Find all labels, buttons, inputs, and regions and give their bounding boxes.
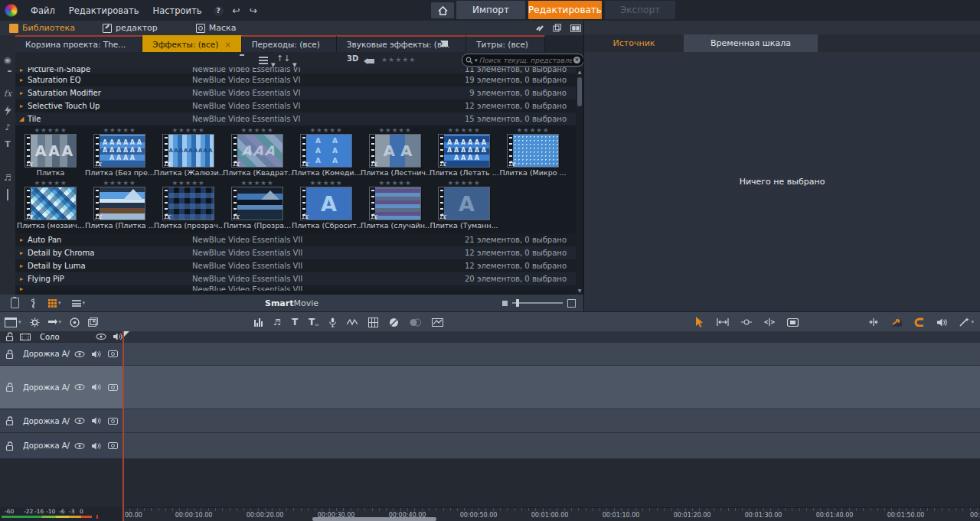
playhead-line[interactable]: [122, 331, 124, 521]
tile-thumbnail[interactable]: fx: [439, 135, 489, 167]
scorefitter-clef-icon[interactable]: ♬: [273, 317, 281, 327]
tile-thumbnail[interactable]: fx: [508, 135, 558, 167]
titles-icon[interactable]: T: [2, 139, 13, 149]
customize-toolbar-icon[interactable]: ▾: [5, 317, 21, 327]
eye-icon[interactable]: [74, 384, 85, 390]
blend-circles-icon[interactable]: [410, 318, 421, 327]
effect-group-row[interactable]: Saturation Modifier NewBlue Video Essent…: [15, 86, 576, 99]
track-header[interactable]: Соло: [0, 331, 122, 343]
split-clip-icon[interactable]: [764, 318, 775, 326]
effect-tile[interactable]: ★★★★★ fx Плитка (прозрач...: [154, 179, 223, 230]
scorefitter-icon[interactable]: ♬: [2, 173, 13, 183]
crop-frame-icon[interactable]: [787, 318, 799, 327]
tile-thumbnail[interactable]: fx: [370, 135, 420, 167]
track-name[interactable]: Дорожка А/...: [23, 350, 70, 358]
undo-icon[interactable]: ↩: [228, 5, 245, 16]
track-lane[interactable]: [122, 331, 980, 343]
menu-file[interactable]: Файл: [24, 5, 62, 16]
grid-view-icon[interactable]: ▾: [48, 299, 61, 308]
camera-icon[interactable]: [108, 442, 118, 449]
lock-icon[interactable]: [5, 350, 14, 359]
tile-rating-stars[interactable]: ★★★★★: [292, 126, 361, 135]
import-mode-button[interactable]: Импорт: [456, 1, 525, 19]
trim-mode-icon[interactable]: [717, 318, 729, 326]
tile-rating-stars[interactable]: ★★★★★: [154, 179, 223, 187]
tag-icon[interactable]: [30, 298, 38, 308]
tile-rating-stars[interactable]: ★★★★★: [85, 179, 154, 187]
library-tab[interactable]: Переходы: (все): [242, 35, 337, 52]
effect-tile[interactable]: ★★★★★ fx Плитка (Плитка ...: [85, 179, 154, 230]
eye-icon[interactable]: [74, 443, 85, 449]
camera-icon[interactable]: [108, 350, 118, 357]
expand-arrow-icon[interactable]: [15, 236, 28, 243]
track-name[interactable]: Дорожка А/...: [23, 383, 70, 392]
effect-group-row[interactable]: Saturation EQ NewBlue Video Essentials V…: [15, 73, 576, 86]
tile-rating-stars[interactable]: ★★★★★: [223, 179, 292, 187]
track-name[interactable]: Соло: [40, 333, 75, 341]
tab-source[interactable]: Источник: [584, 34, 684, 52]
rating-filter-stars[interactable]: ★★★★★: [381, 56, 416, 63]
latest-imports-icon[interactable]: [2, 38, 13, 48]
track-name[interactable]: Дорожка А/...: [23, 417, 70, 425]
expand-arrow-icon[interactable]: [15, 262, 28, 269]
slider-thumb[interactable]: [516, 299, 519, 307]
expand-arrow-icon[interactable]: [15, 103, 28, 109]
thumb-size-slider[interactable]: [512, 302, 563, 304]
effect-tile[interactable]: ★★★★★ fx Плитка (Микро ...: [498, 126, 567, 177]
tile-thumbnail[interactable]: fx: [25, 135, 76, 167]
clipboard-icon[interactable]: [11, 298, 19, 308]
razor-disc-icon[interactable]: [389, 317, 399, 327]
expand-arrow-icon[interactable]: [15, 116, 28, 122]
film-icon[interactable]: [20, 334, 31, 340]
effect-tile[interactable]: ★★★★★ fx Плитка (Квадрат...: [223, 126, 292, 177]
subtitle-icon[interactable]: T₃₀: [309, 317, 318, 327]
link-icon[interactable]: [536, 24, 544, 34]
wave-envelope-icon[interactable]: [347, 318, 358, 326]
effect-group-row[interactable]: Picture-in-Shape NewBlue Video Essential…: [15, 67, 576, 73]
track-name[interactable]: Дорожка А/...: [23, 441, 70, 450]
search-input[interactable]: [478, 56, 573, 65]
tile-thumbnail[interactable]: fx: [232, 135, 283, 167]
eye-icon[interactable]: [96, 334, 106, 340]
tile-thumbnail[interactable]: fx: [163, 135, 214, 167]
track-header[interactable]: Дорожка А/...: [0, 343, 122, 366]
export-mode-button[interactable]: Экспорт: [605, 1, 675, 19]
copy-icon[interactable]: [553, 24, 561, 34]
effect-tile[interactable]: ★★★★★ fx Плитка (Туманн...: [430, 179, 498, 230]
eye-icon[interactable]: [74, 418, 85, 424]
effect-group-row[interactable]: Detail by Chroma NewBlue Video Essential…: [15, 246, 576, 259]
effects-fx-icon[interactable]: fx: [2, 89, 13, 99]
playhead-flag-icon[interactable]: [124, 331, 129, 337]
tape-filter-icon[interactable]: [364, 57, 374, 67]
tile-thumbnail[interactable]: fx: [94, 135, 145, 167]
expand-arrow-icon[interactable]: [15, 77, 28, 83]
dual-panel-icon[interactable]: [570, 24, 581, 34]
title-editor-icon[interactable]: T: [292, 317, 298, 327]
speaker-icon[interactable]: [92, 383, 101, 391]
large-thumb-icon[interactable]: [567, 299, 576, 308]
sort-icon[interactable]: ↑↓: [276, 54, 290, 63]
timeline-hscrollbar-thumb[interactable]: [312, 517, 436, 521]
effect-group-row[interactable]: NewBlue Video Essentials VII: [15, 285, 576, 291]
list-scrollbar[interactable]: ▲ ▼: [576, 67, 583, 295]
track-lane[interactable]: [122, 343, 980, 366]
track-header[interactable]: Дорожка А/...: [0, 409, 122, 433]
timeline-ruler[interactable]: 00.0000:00:10.0000:00:20.0000:00:30.0000…: [122, 507, 980, 521]
search-box[interactable]: ▾ ×: [462, 54, 584, 67]
tile-rating-stars[interactable]: ★★★★★: [361, 179, 430, 187]
library-tab[interactable]: Эффекты: (все) ×: [142, 35, 241, 52]
marker-icon[interactable]: ▾: [48, 319, 62, 325]
track-header[interactable]: Дорожка А/...: [0, 433, 122, 459]
close-gap-icon[interactable]: [868, 318, 879, 326]
scrollbar-thumb[interactable]: [577, 77, 582, 106]
effect-group-row[interactable]: Auto Pan NewBlue Video Essentials VII 21…: [15, 233, 576, 246]
effect-tile[interactable]: ★★★★★ fx Плитка (Лестнич...: [361, 126, 430, 177]
detail-view-icon[interactable]: ▾: [72, 300, 86, 307]
effect-tile[interactable]: ★★★★★ fx Плитка (Сбросит...: [292, 179, 361, 230]
tile-rating-stars[interactable]: ★★★★★: [430, 126, 498, 135]
send-to-timeline-icon[interactable]: [891, 317, 902, 327]
track-lane[interactable]: [122, 409, 980, 433]
tile-rating-stars[interactable]: ★★★★★: [85, 126, 154, 135]
menu-edit[interactable]: Редактировать: [62, 5, 146, 16]
smartmovie-label[interactable]: SmartMovie: [0, 298, 583, 308]
